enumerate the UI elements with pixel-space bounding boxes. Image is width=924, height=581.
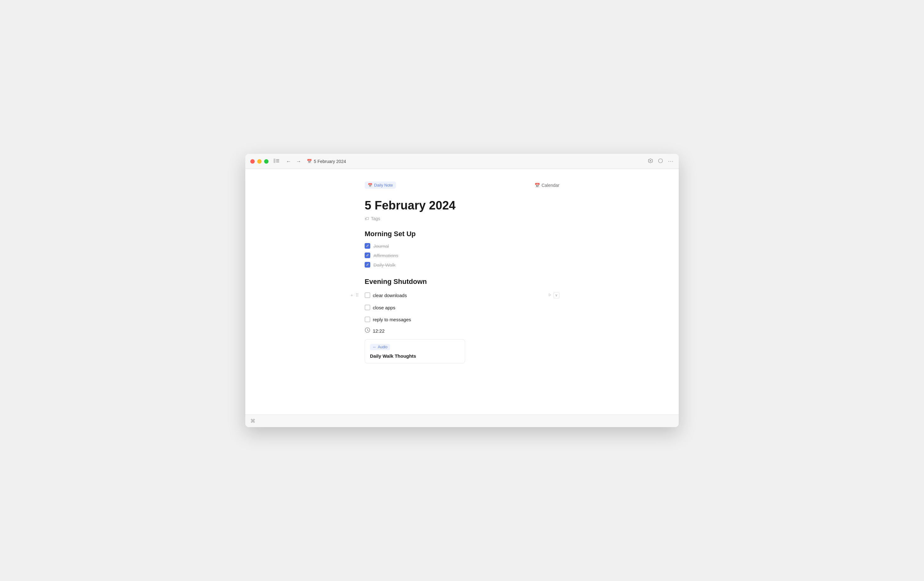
todo-row-close-apps: close apps xyxy=(365,304,559,312)
svg-rect-0 xyxy=(274,158,276,163)
circle-icon[interactable] xyxy=(658,158,663,165)
daily-note-tag[interactable]: 📅 Daily Note xyxy=(365,182,396,189)
drag-handle[interactable]: ⠿ xyxy=(355,292,360,298)
bottombar: ⌘ xyxy=(245,414,679,427)
svg-rect-2 xyxy=(276,160,279,161)
tags-row: 🏷 Tags xyxy=(365,216,559,221)
reply-messages-checkbox[interactable] xyxy=(365,317,370,322)
add-row-button[interactable]: + xyxy=(350,292,354,298)
journal-label: Journal xyxy=(373,243,389,249)
titlebar: ← → 📅 5 February 2024 ··· xyxy=(245,154,679,169)
time-icon xyxy=(365,327,370,334)
time-value: 12:22 xyxy=(373,328,385,333)
journal-checkbox[interactable] xyxy=(365,243,370,249)
settings-icon[interactable] xyxy=(648,158,653,165)
titlebar-left: ← → 📅 5 February 2024 xyxy=(250,157,346,166)
todo-row-reply-messages: reply to messages xyxy=(365,315,559,324)
audio-card-title: Daily Walk Thoughts xyxy=(370,353,460,359)
daily-note-tag-icon: 📅 xyxy=(368,183,373,188)
audio-tag-label: Audio xyxy=(378,345,388,349)
svg-rect-1 xyxy=(276,159,279,160)
svg-point-4 xyxy=(658,158,662,163)
calendar-link[interactable]: 📅 Calendar xyxy=(535,183,559,188)
nav-arrows: ← → xyxy=(284,157,303,165)
sidebar-toggle-button[interactable] xyxy=(272,157,280,166)
tags-label[interactable]: Tags xyxy=(371,216,380,221)
more-options-icon[interactable]: ··· xyxy=(668,158,674,165)
morning-heading: Morning Set Up xyxy=(365,230,559,238)
calendar-link-icon: 📅 xyxy=(535,183,540,188)
page-title: 5 February 2024 xyxy=(365,199,559,212)
morning-item-journal: Journal xyxy=(365,243,559,249)
morning-item-daily-walk: Daily Walk xyxy=(365,262,559,267)
close-apps-text: close apps xyxy=(373,305,559,310)
morning-item-affirmations: Affirmations xyxy=(365,253,559,258)
todo-row-clear-downloads: + ⠿ clear downloads ∨ xyxy=(365,291,559,300)
clear-downloads-text: clear downloads xyxy=(373,293,544,298)
traffic-lights xyxy=(250,159,269,163)
dropdown-arrow[interactable]: ∨ xyxy=(553,292,559,298)
cmd-icon: ⌘ xyxy=(250,418,255,424)
main-content: 📅 Daily Note 📅 Calendar 5 February 2024 … xyxy=(245,169,679,414)
audio-card[interactable]: ↔ Audio Daily Walk Thoughts xyxy=(365,339,465,363)
clear-downloads-checkbox[interactable] xyxy=(365,292,370,298)
audio-tag-icon: ↔ xyxy=(373,345,376,349)
titlebar-right: ··· xyxy=(648,158,674,165)
back-button[interactable]: ← xyxy=(284,157,293,165)
close-apps-checkbox[interactable] xyxy=(365,305,370,310)
priority-icon[interactable] xyxy=(547,292,552,298)
daily-walk-checkbox[interactable] xyxy=(365,262,370,267)
app-window: ← → 📅 5 February 2024 ··· xyxy=(245,154,679,427)
forward-button[interactable]: → xyxy=(294,157,303,165)
calendar-link-label: Calendar xyxy=(541,183,559,188)
evening-heading: Evening Shutdown xyxy=(365,277,559,286)
row-controls: + ⠿ xyxy=(350,292,360,298)
daily-note-tag-label: Daily Note xyxy=(374,183,393,188)
affirmations-label: Affirmations xyxy=(373,253,398,258)
daily-walk-label: Daily Walk xyxy=(373,262,395,267)
morning-section: Morning Set Up Journal Affirmations Dail… xyxy=(365,230,559,267)
tags-icon: 🏷 xyxy=(365,216,369,221)
todo-row-right: ∨ xyxy=(547,292,559,298)
audio-tag: ↔ Audio xyxy=(370,344,390,350)
page: 📅 Daily Note 📅 Calendar 5 February 2024 … xyxy=(352,182,572,363)
traffic-light-red[interactable] xyxy=(250,159,255,163)
titlebar-title: 📅 5 February 2024 xyxy=(307,159,346,164)
traffic-light-yellow[interactable] xyxy=(257,159,262,163)
affirmations-checkbox[interactable] xyxy=(365,253,370,258)
titlebar-title-text: 5 February 2024 xyxy=(314,159,346,164)
titlebar-cal-icon: 📅 xyxy=(307,159,312,163)
evening-section: Evening Shutdown + ⠿ clear downloads xyxy=(365,277,559,363)
time-item: 12:22 xyxy=(365,327,559,334)
traffic-light-green[interactable] xyxy=(264,159,269,163)
svg-rect-3 xyxy=(276,162,279,162)
reply-messages-text: reply to messages xyxy=(373,317,559,322)
